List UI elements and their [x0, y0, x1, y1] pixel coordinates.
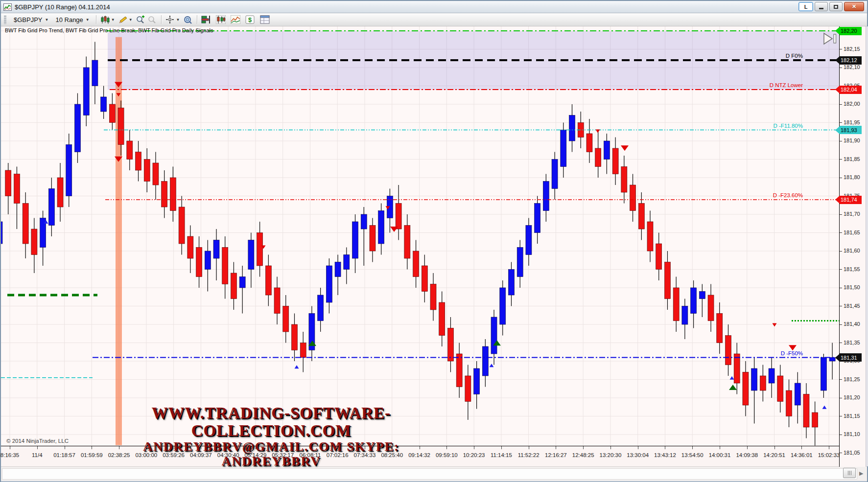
period-selector[interactable]: 10 Range ▼ [52, 15, 93, 25]
time-tick [692, 446, 693, 449]
price-label: 181,05 [844, 450, 866, 456]
window-title: $GBPJPY (10 Range) 04.11.2014 [15, 3, 110, 11]
vertical-scrollbar[interactable] [866, 26, 868, 466]
price-tick [840, 343, 842, 343]
price-label: 182,00 [844, 101, 866, 107]
price-label: 181,95 [844, 119, 866, 125]
daily-fib-zone [108, 31, 839, 90]
chevron-down-icon[interactable]: ▼ [111, 18, 115, 22]
price-tick [840, 122, 842, 123]
toolbar-separator [161, 15, 162, 24]
price-tick [840, 214, 842, 215]
price-tick [840, 379, 842, 380]
close-button[interactable]: ✕ [844, 2, 864, 11]
price-tick [840, 68, 842, 68]
time-tick [720, 446, 720, 449]
title-bar[interactable]: $GBPJPY (10 Range) 04.11.2014 L ✕ [1, 1, 867, 13]
chart-window-icon [3, 3, 12, 11]
chevron-down-icon[interactable]: ▼ [129, 18, 133, 22]
market-analyzer-icon[interactable] [200, 14, 212, 25]
instrument-selector[interactable]: $GBPJPY ▼ [10, 15, 52, 25]
price-tag: 181,31 [835, 353, 862, 362]
link-button[interactable]: L [798, 2, 813, 11]
time-tick [801, 446, 802, 449]
price-axis[interactable]: 182,15182,10182,05182,00181,95181,90181,… [839, 26, 866, 467]
up-blue-triangle-icon [730, 376, 734, 380]
scrollbar-right-arrow-icon[interactable]: ▶ [859, 470, 863, 477]
price-tick [840, 453, 842, 453]
maximize-button[interactable] [829, 2, 843, 11]
watermark: WWW.TRADING-SOFTWARE-COLLECTION.COM ANDR… [115, 404, 428, 469]
chevron-down-icon[interactable]: ▼ [176, 18, 180, 22]
up-blue-triangle-icon [295, 365, 299, 368]
price-label: 181,80 [844, 174, 866, 180]
time-tick [556, 446, 556, 449]
time-tick [65, 446, 65, 449]
price-label: 181,70 [844, 211, 866, 217]
svg-text:D -F23.60%: D -F23.60% [773, 192, 803, 198]
scrollbar-track[interactable] [2, 468, 857, 480]
price-tick [840, 416, 842, 416]
svg-text:D NTZ Lower: D NTZ Lower [770, 82, 803, 88]
time-tick [501, 446, 502, 449]
chevron-down-icon: ▼ [45, 18, 49, 22]
crosshair-icon[interactable] [164, 14, 176, 25]
price-label: 182,15 [844, 46, 866, 52]
price-tag: 181,74 [835, 196, 862, 204]
chevron-down-icon: ▼ [86, 18, 90, 22]
dollar-icon[interactable]: $ [244, 14, 256, 25]
price-label: 182,10 [844, 64, 866, 70]
zoom-window-icon[interactable] [182, 14, 194, 25]
time-tick [446, 446, 447, 449]
down-red-triangle-icon [773, 323, 777, 327]
candlestick-chart[interactable]: D F0%D NTZ LowerD -F11.80%D -F23.60%D -F… [1, 26, 839, 446]
bar-type-icon[interactable] [99, 14, 111, 25]
price-tick [840, 398, 842, 398]
toolbar-separator [197, 15, 197, 24]
time-tick [474, 446, 474, 449]
time-tick [37, 446, 38, 449]
line-chart-icon[interactable] [230, 14, 241, 25]
price-label: 181,85 [844, 156, 866, 162]
price-tick [840, 324, 842, 325]
time-tick [583, 446, 584, 449]
toolbar-grip[interactable] [4, 16, 6, 24]
time-tick [610, 446, 611, 449]
toolbar-separator [96, 15, 96, 24]
price-tick [840, 269, 842, 270]
price-tick [840, 232, 842, 233]
time-tick [529, 446, 529, 449]
indicator-label: BWT Fib Grid Pro Trend, BWT Fib Grid Pro… [5, 27, 213, 33]
price-tick [840, 435, 842, 435]
period-label: 10 Range [55, 16, 83, 23]
zoom-out-icon[interactable] [146, 14, 158, 25]
price-label: 181,20 [844, 394, 866, 400]
price-label: 181,15 [844, 413, 866, 419]
minimize-button[interactable] [815, 2, 828, 11]
price-label: 181,45 [844, 303, 866, 309]
price-label: 181,50 [844, 284, 866, 290]
down-red-triangle-icon [390, 227, 398, 232]
price-label: 181,65 [844, 230, 866, 235]
svg-text:D -F50%: D -F50% [781, 350, 803, 356]
price-tag: 181,93 [835, 126, 862, 134]
price-tick [840, 104, 842, 105]
time-tick [10, 446, 10, 449]
svg-text:$: $ [248, 16, 252, 23]
svg-text:D -F11.80%: D -F11.80% [773, 123, 803, 129]
zoom-in-icon[interactable] [135, 14, 146, 25]
app-window: $GBPJPY (10 Range) 04.11.2014 L ✕ $GBPJP… [0, 0, 868, 482]
watermark-line1: WWW.TRADING-SOFTWARE-COLLECTION.COM [115, 404, 428, 439]
price-label: 181,10 [844, 431, 866, 437]
time-tick [829, 446, 829, 449]
time-tick [92, 446, 92, 449]
scrollbar-thumb[interactable] [843, 468, 856, 478]
chart-icon[interactable] [215, 14, 227, 25]
chart-toolbar: $GBPJPY ▼ 10 Range ▼ ▼ ▼ ▼ [1, 13, 867, 26]
price-label: 181,40 [844, 321, 866, 327]
chart-plot-area[interactable]: D F0%D NTZ LowerD -F11.80%D -F23.60%D -F… [1, 26, 839, 446]
drawing-tools-icon[interactable] [117, 14, 129, 25]
session-open-column [116, 37, 122, 445]
copyright-notice: © 2014 NinjaTrader, LLC [6, 438, 69, 444]
account-panel-icon[interactable] [259, 14, 271, 25]
